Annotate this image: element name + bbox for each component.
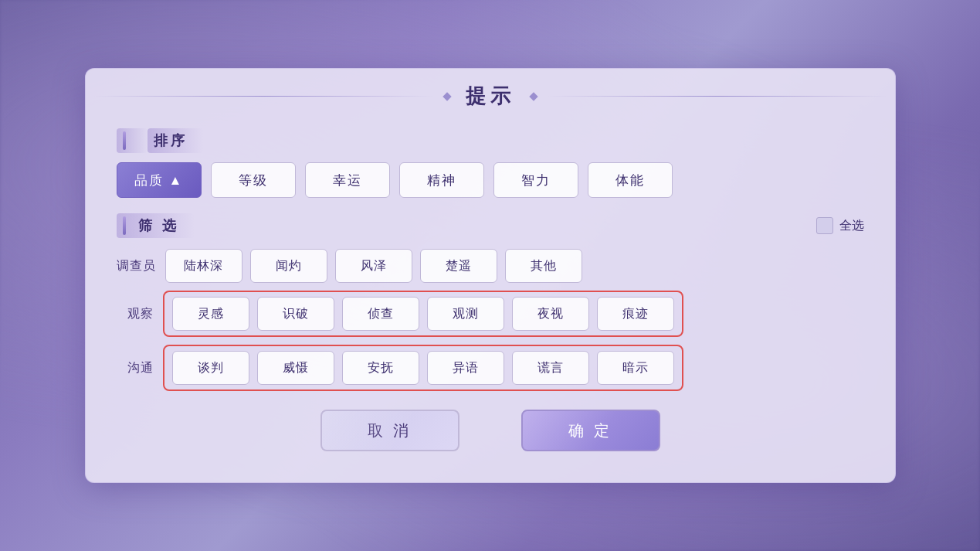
filter-buttons-observe: 灵感识破侦查观测夜视痕迹: [163, 291, 683, 337]
cancel-button[interactable]: 取 消: [320, 410, 459, 451]
title-line-left: [93, 96, 433, 97]
filter-buttons-investigator: 陆林深闻灼风泽楚遥其他: [165, 249, 582, 283]
modal-dialog: 提示 排序 品质 ▲等级幸运精神智力体能 筛 选 全选 调查员陆林深闻: [85, 68, 896, 483]
sort-section-label: 排序: [154, 133, 188, 148]
filter-row-label-observe: 观察: [117, 306, 154, 322]
filter-header: 筛 选 全选: [117, 213, 864, 238]
filter-row-investigator: 调查员陆林深闻灼风泽楚遥其他: [117, 249, 864, 283]
filter-row-observe: 观察灵感识破侦查观测夜视痕迹: [117, 291, 864, 337]
filter-buttons-communicate: 谈判威慑安抚异语谎言暗示: [163, 345, 683, 391]
filter-row-label-investigator: 调查员: [117, 258, 156, 274]
filter-row-label-communicate: 沟通: [117, 360, 154, 376]
filter-btn-trace[interactable]: 痕迹: [597, 297, 674, 331]
select-all-area[interactable]: 全选: [816, 217, 864, 234]
select-all-label: 全选: [839, 218, 864, 234]
sort-label-bg: 排序: [148, 128, 203, 153]
filter-row-communicate: 沟通谈判威慑安抚异语谎言暗示: [117, 345, 864, 391]
sort-btn-wisdom[interactable]: 智力: [493, 162, 578, 198]
confirm-button[interactable]: 确 定: [521, 410, 660, 451]
sort-btn-spirit[interactable]: 精神: [399, 162, 484, 198]
modal-title-bar: 提示: [86, 69, 895, 121]
filter-btn-negotiate[interactable]: 谈判: [172, 351, 249, 385]
select-all-checkbox[interactable]: [816, 217, 833, 234]
filter-btn-lie[interactable]: 谎言: [512, 351, 589, 385]
sort-btn-luck[interactable]: 幸运: [305, 162, 390, 198]
filter-btn-lu-lin-shen[interactable]: 陆林深: [165, 249, 242, 283]
filter-btn-hint[interactable]: 暗示: [597, 351, 674, 385]
title-diamond-left: [443, 92, 451, 100]
title-line-right: [548, 96, 887, 97]
filter-section-bar: [123, 216, 126, 235]
sort-buttons-row: 品质 ▲等级幸运精神智力体能: [117, 162, 864, 198]
filter-rows-container: 调查员陆林深闻灼风泽楚遥其他观察灵感识破侦查观测夜视痕迹沟通谈判威慑安抚异语谎言…: [117, 249, 864, 391]
filter-section: 筛 选 全选 调查员陆林深闻灼风泽楚遥其他观察灵感识破侦查观测夜视痕迹沟通谈判威…: [117, 213, 864, 391]
filter-btn-chu-yao[interactable]: 楚遥: [420, 249, 497, 283]
sort-btn-level[interactable]: 等级: [211, 162, 296, 198]
sort-section-bar: [123, 131, 126, 150]
modal-footer: 取 消 确 定: [86, 410, 895, 451]
sort-section-header: 排序: [117, 128, 864, 153]
title-diamond-right: [529, 92, 537, 100]
filter-btn-night-vision[interactable]: 夜视: [512, 297, 589, 331]
filter-btn-wen-zhuo[interactable]: 闻灼: [250, 249, 327, 283]
filter-btn-intimidate[interactable]: 威慑: [257, 351, 334, 385]
modal-title: 提示: [453, 83, 527, 110]
sort-section-bg: [117, 128, 148, 153]
filter-btn-intuition[interactable]: 灵感: [172, 297, 249, 331]
filter-btn-feng-ze[interactable]: 风泽: [335, 249, 412, 283]
sort-btn-quality[interactable]: 品质 ▲: [117, 162, 202, 198]
filter-btn-foreign-language[interactable]: 异语: [427, 351, 504, 385]
filter-section-bg: 筛 选: [117, 213, 195, 238]
sort-btn-physique[interactable]: 体能: [588, 162, 673, 198]
filter-btn-other[interactable]: 其他: [505, 249, 582, 283]
filter-btn-comfort[interactable]: 安抚: [342, 351, 419, 385]
filter-btn-insight[interactable]: 识破: [257, 297, 334, 331]
filter-btn-scout[interactable]: 侦查: [342, 297, 419, 331]
filter-section-label: 筛 选: [138, 216, 179, 235]
filter-btn-observe[interactable]: 观测: [427, 297, 504, 331]
